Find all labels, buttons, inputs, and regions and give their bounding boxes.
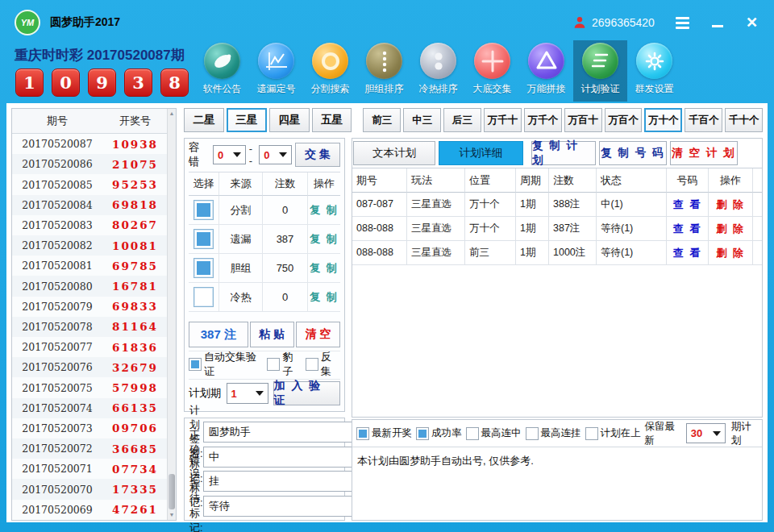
toolbar-item-group-sort[interactable]: 胆组排序 [357, 40, 411, 102]
history-row[interactable]: 2017052007969833 [12, 297, 168, 317]
history-row[interactable]: 2017052007632679 [12, 357, 168, 377]
copy-link[interactable]: 复 制 [310, 261, 339, 276]
history-scrollbar[interactable]: ▲ ▼ [167, 109, 176, 520]
position-tab[interactable]: 万千个 [524, 108, 562, 132]
history-row[interactable]: 2017052008595253 [12, 174, 168, 194]
history-row[interactable]: 2017052007017335 [12, 479, 168, 499]
app-title: 圆梦助手2017 [50, 15, 120, 30]
history-row[interactable]: 2017052007881164 [12, 317, 168, 337]
add-verify-button[interactable]: 加 入 验 证 [273, 381, 341, 405]
plan-detail-tab[interactable]: 计划详细 [439, 141, 523, 165]
history-row[interactable]: 2017052008169785 [12, 256, 168, 276]
invert-check[interactable]: 反集 [306, 350, 340, 379]
star-tab[interactable]: 二星 [184, 108, 224, 132]
text-plan-tab[interactable]: 文本计划 [353, 141, 435, 165]
auto-intersect-check[interactable]: 自动交集验证 [189, 350, 264, 379]
leopard-check[interactable]: 豹子 [267, 350, 302, 379]
source-checkbox[interactable] [194, 258, 214, 278]
success-rate-check[interactable]: 成功率 [416, 426, 462, 440]
paste-button[interactable]: 粘 贴 [250, 322, 294, 347]
intersect-button[interactable]: 交 集 [295, 143, 340, 167]
position-tab[interactable]: 千百个 [685, 108, 722, 132]
copy-plan-button[interactable]: 复 制 计 划 [531, 141, 596, 165]
toolbar-item-broadcast-settings[interactable]: 群发设置 [627, 40, 681, 102]
toolbar-item-splice[interactable]: 万能拼接 [519, 40, 573, 102]
history-row[interactable]: 2017052008710938 [12, 134, 168, 154]
toolbar-item-omission[interactable]: 遗漏定号 [249, 40, 303, 102]
view-link[interactable]: 查 看 [673, 222, 702, 235]
copy-link[interactable]: 复 制 [310, 203, 339, 218]
position-tab[interactable]: 前三 [363, 108, 401, 132]
copy-link[interactable]: 复 制 [310, 290, 339, 305]
position-tab[interactable]: 万十个 [644, 108, 682, 132]
correct-mark-input[interactable] [203, 447, 356, 468]
history-row[interactable]: 2017052007309706 [12, 418, 168, 438]
history-row[interactable]: 2017052008210081 [12, 235, 168, 256]
star-tab[interactable]: 四星 [269, 108, 310, 132]
toolbar-item-plan-verify[interactable]: 计划验证 [573, 40, 627, 102]
star-tab[interactable]: 五星 [312, 108, 352, 132]
source-checkbox[interactable] [194, 200, 214, 220]
position-tab[interactable]: 中三 [403, 108, 441, 132]
toolbar-item-intersection[interactable]: 大底交集 [465, 40, 519, 102]
view-link[interactable]: 查 看 [673, 247, 702, 259]
checkbox[interactable] [306, 358, 318, 371]
history-row[interactable]: 2017052008016781 [12, 276, 168, 296]
plan-on-top-check[interactable]: 计划在上 [585, 426, 641, 440]
note-count-display: 387 注 [189, 322, 248, 347]
history-row[interactable]: 2017052007761836 [12, 337, 168, 357]
toolbar-item-split-search[interactable]: 分割搜索 [303, 40, 357, 102]
minimize-button[interactable] [712, 25, 723, 27]
tolerance-from-select[interactable]: 0 [213, 145, 246, 164]
delete-link[interactable]: 删 除 [716, 222, 745, 235]
clear-button[interactable]: 清 空 [296, 322, 340, 347]
position-tab[interactable]: 万百十 [564, 108, 602, 132]
checkbox[interactable] [189, 358, 202, 371]
copy-numbers-button[interactable]: 复 制 号 码 [599, 141, 667, 165]
keep-latest-select[interactable]: 30 [686, 423, 726, 443]
plan-period-select[interactable]: 1 [227, 383, 268, 404]
plan-cell-period: 087-087 [352, 193, 407, 217]
latest-draw-check[interactable]: 最新开奖 [356, 426, 412, 440]
scrollbar-thumb[interactable] [169, 474, 175, 509]
history-row[interactable]: 2017052006947261 [12, 500, 168, 520]
delete-link[interactable]: 删 除 [716, 247, 745, 259]
history-row[interactable]: 2017052007557998 [12, 377, 168, 397]
history-row[interactable]: 2017052008469818 [12, 195, 168, 215]
checkbox[interactable] [466, 427, 479, 440]
max-streak-win-check[interactable]: 最高连中 [466, 426, 522, 440]
toolbar-item-announcement[interactable]: 软件公告 [195, 40, 249, 102]
close-button[interactable]: ✕ [746, 15, 758, 30]
tolerance-to-select[interactable]: 0 [259, 145, 292, 164]
checkbox[interactable] [585, 427, 598, 440]
position-tab[interactable]: 万百个 [605, 108, 643, 132]
history-row[interactable]: 2017052008380267 [12, 215, 168, 235]
history-row[interactable]: 2017052007107734 [12, 459, 168, 479]
plan-cell-position: 万十个 [465, 217, 516, 241]
checkbox[interactable] [526, 427, 539, 440]
source-checkbox[interactable] [194, 287, 214, 307]
plan-signature-input[interactable] [203, 422, 356, 443]
scroll-up-icon[interactable]: ▲ [169, 110, 175, 118]
error-mark-input[interactable] [203, 471, 356, 492]
position-tab[interactable]: 万千十 [484, 108, 522, 132]
history-row[interactable]: 2017052007466135 [12, 398, 168, 418]
checkbox[interactable] [356, 427, 369, 440]
position-tab[interactable]: 千十个 [725, 108, 763, 132]
source-checkbox[interactable] [194, 229, 214, 249]
star-tab[interactable]: 三星 [227, 108, 267, 132]
position-tab[interactable]: 后三 [443, 108, 481, 132]
scroll-down-icon[interactable]: ▼ [169, 511, 175, 519]
max-streak-lose-check[interactable]: 最高连挂 [526, 426, 581, 440]
clear-plan-button[interactable]: 清 空 计 划 [670, 141, 738, 165]
wait-mark-input[interactable] [203, 496, 356, 517]
history-row[interactable]: 2017052007236685 [12, 438, 168, 459]
delete-link[interactable]: 删 除 [716, 198, 745, 210]
history-row[interactable]: 2017052008621075 [12, 154, 168, 174]
copy-link[interactable]: 复 制 [310, 232, 339, 247]
checkbox[interactable] [267, 358, 280, 371]
view-link[interactable]: 查 看 [673, 198, 702, 210]
toolbar-item-hotcold-sort[interactable]: 冷热排序 [411, 40, 465, 102]
menu-icon[interactable] [676, 17, 689, 29]
checkbox[interactable] [416, 427, 429, 440]
